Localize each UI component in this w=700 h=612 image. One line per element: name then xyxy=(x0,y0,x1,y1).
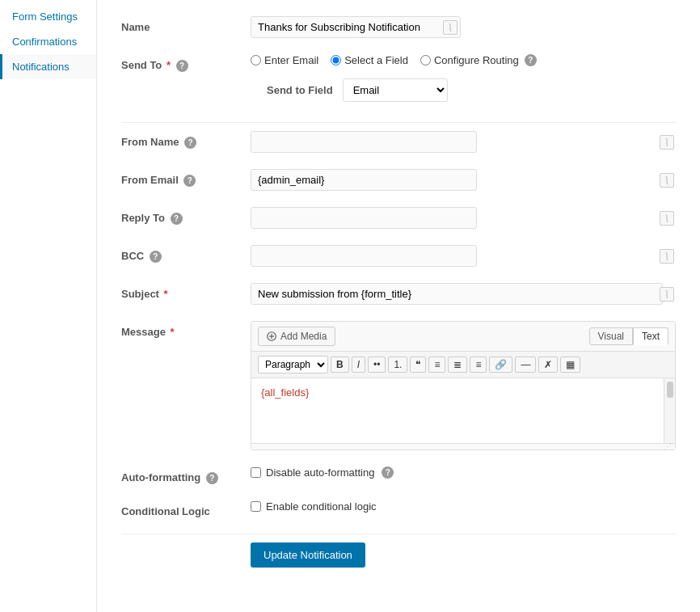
radio-enter-email[interactable]: Enter Email xyxy=(251,54,318,66)
editor-textarea[interactable]: {all_fields} xyxy=(251,378,664,443)
ordered-list-button[interactable]: 1. xyxy=(388,357,407,373)
from-email-merge-tag-btn[interactable]: ⎱ xyxy=(660,173,674,188)
editor-view-buttons: Visual Text xyxy=(589,327,668,345)
bcc-help-icon[interactable]: ? xyxy=(150,251,162,263)
text-view-button[interactable]: Text xyxy=(633,327,668,345)
editor-wrap: Add Media Visual Text Paragraph B I xyxy=(251,321,676,450)
send-to-field-row: Send to Field Email xyxy=(251,78,676,102)
sidebar-item-notifications[interactable]: Notifications xyxy=(0,54,96,79)
conditional-logic-label: Conditional Logic xyxy=(121,500,251,517)
update-notification-button[interactable]: Update Notification xyxy=(251,542,365,568)
from-email-input-wrap: ⎱ xyxy=(251,169,676,191)
auto-formatting-help-icon[interactable]: ? xyxy=(206,472,218,484)
name-row: Name ⎱ xyxy=(121,16,676,38)
name-label: Name xyxy=(121,16,251,33)
horizontal-rule-button[interactable]: ― xyxy=(515,357,536,373)
from-name-help-icon[interactable]: ? xyxy=(184,137,196,149)
auto-formatting-row: Auto-formatting ? Disable auto-formattin… xyxy=(121,466,676,484)
align-right-button[interactable]: ≡ xyxy=(470,357,487,373)
from-email-content: ⎱ xyxy=(251,169,676,191)
from-name-row: From Name ? ⎱ xyxy=(121,131,676,153)
message-required: * xyxy=(171,326,175,338)
reply-to-merge-tag-btn[interactable]: ⎱ xyxy=(660,211,674,226)
message-shortcode: {all_fields} xyxy=(261,386,309,399)
radio-select-field[interactable]: Select a Field xyxy=(331,54,408,66)
align-left-button[interactable]: ≡ xyxy=(428,357,445,373)
reply-to-row: Reply To ? ⎱ xyxy=(121,207,676,229)
from-email-row: From Email ? ⎱ xyxy=(121,169,676,191)
sidebar: Form Settings Confirmations Notification… xyxy=(0,0,97,612)
table-button[interactable]: ▦ xyxy=(560,357,580,373)
update-content: Update Notification xyxy=(251,542,676,568)
main-content: Name ⎱ Send To * ? Enter Email xyxy=(97,0,700,612)
unordered-list-button[interactable]: •• xyxy=(368,357,386,373)
send-to-field-select[interactable]: Email xyxy=(343,78,448,102)
from-name-content: ⎱ xyxy=(251,131,676,153)
divider-1 xyxy=(121,122,676,123)
from-name-input[interactable] xyxy=(251,131,477,153)
name-merge-tag-btn[interactable]: ⎱ xyxy=(443,20,458,35)
send-to-label: Send To * ? xyxy=(121,54,251,72)
auto-formatting-checkbox-help-icon[interactable]: ? xyxy=(382,466,394,479)
from-name-label: From Name ? xyxy=(121,131,251,149)
reply-to-help-icon[interactable]: ? xyxy=(171,213,183,225)
reply-to-input-wrap: ⎱ xyxy=(251,207,676,229)
radio-configure-routing[interactable]: Configure Routing ? xyxy=(420,54,537,66)
conditional-logic-row: Conditional Logic Enable conditional log… xyxy=(121,500,676,517)
reply-to-input[interactable] xyxy=(251,207,477,229)
auto-formatting-checkbox-label[interactable]: Disable auto-formatting ? xyxy=(251,466,676,479)
align-center-button[interactable]: ≣ xyxy=(448,357,467,373)
send-to-row: Send To * ? Enter Email Select a Field xyxy=(121,54,676,106)
scrollbar-thumb[interactable] xyxy=(667,382,673,398)
send-to-help-icon[interactable]: ? xyxy=(176,60,188,72)
reply-to-content: ⎱ xyxy=(251,207,676,229)
name-content: ⎱ xyxy=(251,16,676,38)
send-to-field-label: Send to Field xyxy=(267,84,333,96)
subject-label: Subject * xyxy=(121,283,251,300)
message-row: Message * Add Media Visual Text xyxy=(121,321,676,450)
send-to-required: * xyxy=(167,59,171,71)
italic-button[interactable]: I xyxy=(352,357,365,373)
auto-formatting-checkbox[interactable] xyxy=(251,467,261,478)
add-media-icon xyxy=(267,331,276,341)
from-name-input-wrap: ⎱ xyxy=(251,131,676,153)
reply-to-label: Reply To ? xyxy=(121,207,251,225)
conditional-logic-checkbox[interactable] xyxy=(251,501,261,512)
auto-formatting-content: Disable auto-formatting ? xyxy=(251,466,676,479)
update-label-spacer xyxy=(121,542,251,547)
configure-routing-help-icon[interactable]: ? xyxy=(525,54,537,66)
sidebar-item-confirmations[interactable]: Confirmations xyxy=(0,29,96,54)
bcc-merge-tag-btn[interactable]: ⎱ xyxy=(660,249,674,264)
update-row: Update Notification xyxy=(121,542,676,568)
bcc-input[interactable] xyxy=(251,245,477,267)
name-input-wrap: ⎱ xyxy=(251,16,461,38)
editor-format-bar: Paragraph B I •• 1. ❝ ≡ ≣ ≡ 🔗 ― ✗ ▦ xyxy=(251,352,675,378)
subject-row: Subject * ⎱ xyxy=(121,283,676,305)
sidebar-item-form-settings[interactable]: Form Settings xyxy=(0,4,96,29)
subject-input[interactable] xyxy=(251,283,663,305)
name-input[interactable] xyxy=(251,16,461,38)
editor-toolbar-top: Add Media Visual Text xyxy=(251,322,675,352)
divider-2 xyxy=(121,534,676,534)
add-media-button[interactable]: Add Media xyxy=(258,327,335,346)
from-email-input[interactable] xyxy=(251,169,477,191)
bcc-content: ⎱ xyxy=(251,245,676,267)
conditional-logic-content: Enable conditional logic xyxy=(251,500,676,513)
send-to-radio-group: Enter Email Select a Field Configure Rou… xyxy=(251,54,676,66)
from-email-help-icon[interactable]: ? xyxy=(183,175,196,187)
paragraph-select[interactable]: Paragraph xyxy=(258,356,328,374)
editor-body: {all_fields} xyxy=(251,378,675,443)
subject-merge-tag-btn[interactable]: ⎱ xyxy=(660,287,674,302)
editor-scrollbar xyxy=(664,378,675,443)
bold-button[interactable]: B xyxy=(331,357,349,373)
bcc-input-wrap: ⎱ xyxy=(251,245,676,267)
remove-format-button[interactable]: ✗ xyxy=(538,357,558,373)
blockquote-button[interactable]: ❝ xyxy=(410,357,426,373)
editor-resize-handle[interactable]: ⋰ xyxy=(251,443,675,450)
from-name-merge-tag-btn[interactable]: ⎱ xyxy=(660,135,674,150)
resize-icon: ⋰ xyxy=(664,442,672,451)
conditional-logic-checkbox-label[interactable]: Enable conditional logic xyxy=(251,500,676,513)
auto-formatting-label: Auto-formatting ? xyxy=(121,466,251,484)
link-button[interactable]: 🔗 xyxy=(489,357,512,373)
visual-view-button[interactable]: Visual xyxy=(589,327,633,345)
